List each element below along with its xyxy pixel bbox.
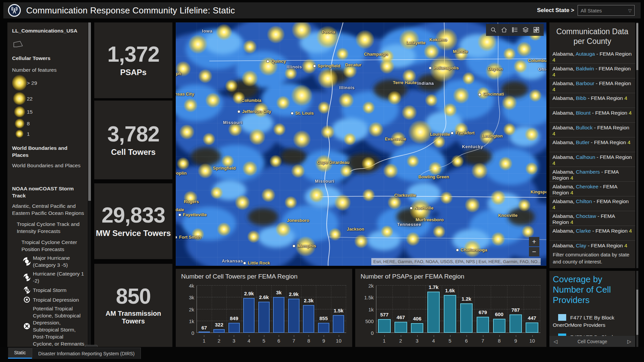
glow-dot-icon [12,106,27,117]
stat-panel: 850AM Transmission Towers [94,264,172,347]
x-axis-labels: 12345678910 [197,335,346,344]
legend-scrollbar[interactable] [88,22,91,347]
tropical-depression-icon [21,296,33,303]
county-list-item[interactable]: Alabama, Barbour - FEMA Region 4 [549,78,635,93]
pager-left-arrow-icon[interactable]: ◁ [549,339,561,345]
county-list-item[interactable]: Alabama, Bullock - FEMA Region 4 [549,123,635,137]
county-scrollbar-thumb[interactable] [636,23,638,70]
bar[interactable] [460,303,473,333]
bar[interactable] [303,305,314,333]
y-tick-label: 0 [371,330,374,336]
coverage-scrollbar-thumb[interactable] [636,290,638,335]
bar-value-label: 1.5k [334,308,343,313]
county-list-item[interactable]: Alabama, Butler - FEMA Region 4 [549,137,635,152]
map-label-city: Murfreesboro [416,217,444,222]
legend-scrollbar-thumb[interactable] [88,22,91,201]
county-state: Alabama, [552,51,574,57]
county-list-item[interactable]: Alabama, Blount - FEMA Region 4 [549,108,635,123]
basemap-icon[interactable] [531,24,542,36]
cell-tower-glow [198,69,212,83]
legend-size-label: > 29 [27,79,37,86]
county-list-item[interactable]: Alabama, Baldwin - FEMA Region 4 [549,64,635,78]
legend-storm-label: Tropical Storm [33,287,85,294]
bar[interactable] [258,302,270,333]
cell-tower-glow [387,91,401,105]
cell-tower-glow [514,59,528,73]
map-label-cap: Memphis [292,243,316,248]
county-region: 4 [552,204,555,210]
map-label-city: Decatur [345,62,361,67]
cell-tower-glow [179,124,195,140]
bar[interactable] [288,299,300,333]
county-list-item[interactable]: Alabama, Clarke - FEMA Region 4 [549,226,635,241]
county-list-item[interactable]: Alabama, Chilton - FEMA Region 4 [549,196,635,211]
cell-tower-glow [318,68,338,89]
bar[interactable] [213,329,225,333]
cell-tower-glow [362,101,375,114]
county-name: Calhoun [576,154,595,160]
bar-value-label: 406 [413,316,421,321]
bar[interactable] [318,323,329,333]
search-icon[interactable] [488,24,499,36]
bar[interactable] [243,298,255,333]
county-list-item[interactable]: Alabama, Calhoun - FEMA Region 4 [549,152,635,167]
county-name: Cherokee [576,184,598,189]
zoom-out-button[interactable]: − [529,247,539,256]
cell-tower-glow [518,199,531,212]
tab-disaster-information-reporting-system-dirs-[interactable]: Disaster Information Reporting System (D… [32,348,141,359]
map-label-cap: Frankfort [451,130,475,135]
bar[interactable] [228,323,240,333]
county-list-item[interactable]: Alabama, Autauga - FEMA Region 4 [549,49,635,64]
county-state: Alabama, [552,198,574,204]
cell-tower-glow [407,155,419,168]
map-label-state: Iowa [202,28,212,33]
legend-panel[interactable]: LL_Communications_USA Cellular Towers Nu… [7,22,88,347]
county-list-item[interactable]: Alabama, Bibb - FEMA Region 4 [549,93,635,108]
county-name: Clay [576,243,586,248]
bar-value-label: 467 [396,314,405,320]
map-label-city: St. Joseph [176,71,181,76]
county-list-panel[interactable]: Communication Data per County Alabama, A… [549,22,635,268]
bar[interactable] [333,315,344,333]
county-suffix: - FEMA Region [596,80,631,86]
bar-value-label: 1.6k [445,288,455,293]
map-canvas[interactable]: IowaPeoriaKokomoLafayetteMuncieChampaign… [176,22,546,266]
county-list-item[interactable]: Alabama, Choctaw - FEMA Region 4 [549,211,635,226]
bar[interactable] [477,317,489,333]
bar[interactable] [199,331,210,333]
county-list-item[interactable]: Alabama, Cherokee - FEMA Region 4 [549,182,635,196]
legend-icon[interactable] [509,24,520,36]
bar[interactable] [444,295,456,333]
bar[interactable] [526,322,538,333]
map-label-cap: Chattanooga [456,247,487,252]
bar[interactable] [509,314,522,333]
home-icon[interactable] [499,24,509,36]
coverage-scrollbar[interactable] [636,271,638,347]
bar[interactable] [411,323,423,333]
county-region: 4 [625,243,628,248]
x-tick-label: 2 [212,335,227,344]
cell-tower-glow [502,95,517,111]
x-tick-label: 3 [226,335,241,344]
county-name: Bibb [576,95,586,101]
county-rows: Alabama, Autauga - FEMA Region 4Alabama,… [549,49,635,255]
bar[interactable] [394,322,407,333]
bar[interactable] [427,292,440,333]
x-axis-labels: 12345678910 [376,335,540,344]
tab-static[interactable]: Static [8,348,32,359]
bar[interactable] [378,319,390,333]
county-scrollbar[interactable] [636,22,638,268]
x-tick-label: 5 [442,335,458,344]
pager-right-arrow-icon[interactable]: ▷ [623,339,635,345]
bar[interactable] [493,319,505,333]
county-name: Choctaw [576,213,596,219]
cell-tower-glow [291,164,305,178]
x-tick-label: 9 [507,335,524,344]
county-list-item[interactable]: Alabama, Chambers - FEMA Region 4 [549,167,635,182]
state-select-dropdown[interactable]: All States ▽ [578,5,635,16]
zoom-in-button[interactable]: + [529,237,539,246]
bar[interactable] [273,297,284,333]
county-name: Chambers [576,169,600,175]
county-name: Blount [576,110,591,116]
layers-icon[interactable] [520,24,531,36]
